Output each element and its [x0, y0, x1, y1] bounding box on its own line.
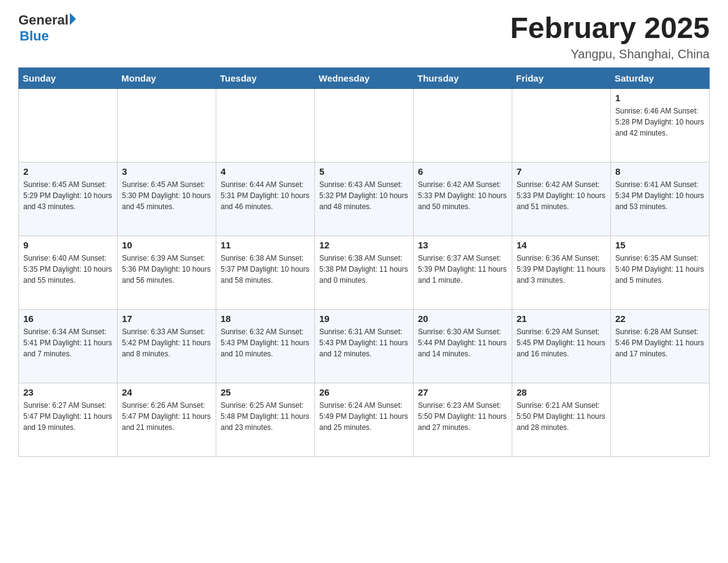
day-number: 16: [23, 313, 113, 324]
calendar-day-cell: 25Sunrise: 6:25 AM Sunset: 5:48 PM Dayli…: [216, 383, 315, 456]
page-header: General Blue February 2025 Yangpu, Shang…: [18, 12, 710, 61]
calendar-day-cell: 4Sunrise: 6:44 AM Sunset: 5:31 PM Daylig…: [216, 162, 315, 236]
day-number: 6: [418, 166, 507, 177]
calendar-day-cell: 22Sunrise: 6:28 AM Sunset: 5:46 PM Dayli…: [611, 309, 710, 383]
day-info: Sunrise: 6:38 AM Sunset: 5:38 PM Dayligh…: [319, 253, 409, 286]
day-info: Sunrise: 6:36 AM Sunset: 5:39 PM Dayligh…: [517, 253, 606, 286]
day-info: Sunrise: 6:43 AM Sunset: 5:32 PM Dayligh…: [319, 179, 409, 212]
day-number: 15: [615, 240, 705, 250]
day-info: Sunrise: 6:27 AM Sunset: 5:47 PM Dayligh…: [23, 400, 113, 433]
header-col-wednesday: Wednesday: [315, 67, 414, 88]
day-number: 24: [122, 387, 211, 397]
day-info: Sunrise: 6:28 AM Sunset: 5:46 PM Dayligh…: [615, 326, 705, 359]
calendar-day-cell: 11Sunrise: 6:38 AM Sunset: 5:37 PM Dayli…: [216, 236, 315, 309]
day-info: Sunrise: 6:45 AM Sunset: 5:30 PM Dayligh…: [122, 179, 211, 212]
calendar-day-cell: 17Sunrise: 6:33 AM Sunset: 5:42 PM Dayli…: [118, 309, 216, 383]
day-info: Sunrise: 6:25 AM Sunset: 5:48 PM Dayligh…: [221, 400, 310, 433]
calendar-day-cell: 14Sunrise: 6:36 AM Sunset: 5:39 PM Dayli…: [512, 236, 611, 309]
calendar-day-cell: 8Sunrise: 6:41 AM Sunset: 5:34 PM Daylig…: [611, 162, 710, 236]
calendar-day-cell: [19, 88, 118, 162]
logo-blue: Blue: [20, 28, 49, 44]
day-number: 17: [122, 313, 211, 324]
day-number: 4: [221, 166, 310, 177]
calendar-week-row: 16Sunrise: 6:34 AM Sunset: 5:41 PM Dayli…: [19, 309, 710, 383]
calendar-day-cell: 16Sunrise: 6:34 AM Sunset: 5:41 PM Dayli…: [19, 309, 118, 383]
calendar-day-cell: 5Sunrise: 6:43 AM Sunset: 5:32 PM Daylig…: [315, 162, 414, 236]
calendar-day-cell: 26Sunrise: 6:24 AM Sunset: 5:49 PM Dayli…: [315, 383, 414, 456]
day-number: 26: [319, 387, 409, 397]
header-col-saturday: Saturday: [611, 67, 710, 88]
day-info: Sunrise: 6:46 AM Sunset: 5:28 PM Dayligh…: [615, 105, 705, 139]
day-info: Sunrise: 6:42 AM Sunset: 5:33 PM Dayligh…: [418, 179, 507, 212]
day-info: Sunrise: 6:40 AM Sunset: 5:35 PM Dayligh…: [23, 253, 113, 286]
logo-general: General: [18, 12, 69, 28]
calendar-day-cell: 24Sunrise: 6:26 AM Sunset: 5:47 PM Dayli…: [118, 383, 216, 456]
calendar-body: 1Sunrise: 6:46 AM Sunset: 5:28 PM Daylig…: [19, 88, 710, 456]
day-info: Sunrise: 6:39 AM Sunset: 5:36 PM Dayligh…: [122, 253, 211, 286]
calendar-day-cell: 27Sunrise: 6:23 AM Sunset: 5:50 PM Dayli…: [414, 383, 512, 456]
day-number: 20: [418, 313, 507, 324]
calendar-day-cell: [611, 383, 710, 456]
calendar-day-cell: [216, 88, 315, 162]
day-info: Sunrise: 6:26 AM Sunset: 5:47 PM Dayligh…: [122, 400, 211, 433]
day-number: 12: [319, 240, 409, 250]
day-number: 18: [221, 313, 310, 324]
calendar-header: SundayMondayTuesdayWednesdayThursdayFrid…: [19, 67, 710, 88]
calendar-day-cell: 20Sunrise: 6:30 AM Sunset: 5:44 PM Dayli…: [414, 309, 512, 383]
day-info: Sunrise: 6:29 AM Sunset: 5:45 PM Dayligh…: [517, 326, 606, 359]
day-info: Sunrise: 6:21 AM Sunset: 5:50 PM Dayligh…: [517, 400, 606, 433]
calendar-day-cell: 23Sunrise: 6:27 AM Sunset: 5:47 PM Dayli…: [19, 383, 118, 456]
calendar-day-cell: 1Sunrise: 6:46 AM Sunset: 5:28 PM Daylig…: [611, 88, 710, 162]
day-info: Sunrise: 6:41 AM Sunset: 5:34 PM Dayligh…: [615, 179, 705, 212]
day-number: 7: [517, 166, 606, 177]
day-info: Sunrise: 6:38 AM Sunset: 5:37 PM Dayligh…: [221, 253, 310, 286]
calendar-week-row: 2Sunrise: 6:45 AM Sunset: 5:29 PM Daylig…: [19, 162, 710, 236]
day-number: 2: [23, 166, 113, 177]
header-row: SundayMondayTuesdayWednesdayThursdayFrid…: [19, 67, 710, 88]
day-info: Sunrise: 6:42 AM Sunset: 5:33 PM Dayligh…: [517, 179, 606, 212]
day-number: 8: [615, 166, 705, 177]
day-number: 3: [122, 166, 211, 177]
day-number: 14: [517, 240, 606, 250]
calendar-day-cell: 13Sunrise: 6:37 AM Sunset: 5:39 PM Dayli…: [414, 236, 512, 309]
day-info: Sunrise: 6:33 AM Sunset: 5:42 PM Dayligh…: [122, 326, 211, 359]
calendar-day-cell: 7Sunrise: 6:42 AM Sunset: 5:33 PM Daylig…: [512, 162, 611, 236]
calendar-day-cell: 9Sunrise: 6:40 AM Sunset: 5:35 PM Daylig…: [19, 236, 118, 309]
calendar-week-row: 9Sunrise: 6:40 AM Sunset: 5:35 PM Daylig…: [19, 236, 710, 309]
calendar-day-cell: 28Sunrise: 6:21 AM Sunset: 5:50 PM Dayli…: [512, 383, 611, 456]
day-info: Sunrise: 6:31 AM Sunset: 5:43 PM Dayligh…: [319, 326, 409, 359]
header-col-friday: Friday: [512, 67, 611, 88]
calendar-day-cell: 15Sunrise: 6:35 AM Sunset: 5:40 PM Dayli…: [611, 236, 710, 309]
calendar-day-cell: 2Sunrise: 6:45 AM Sunset: 5:29 PM Daylig…: [19, 162, 118, 236]
day-info: Sunrise: 6:30 AM Sunset: 5:44 PM Dayligh…: [418, 326, 507, 359]
logo-arrow-icon: [70, 13, 76, 25]
day-number: 19: [319, 313, 409, 324]
day-number: 1: [615, 93, 705, 103]
day-info: Sunrise: 6:44 AM Sunset: 5:31 PM Dayligh…: [221, 179, 310, 212]
calendar-day-cell: 6Sunrise: 6:42 AM Sunset: 5:33 PM Daylig…: [414, 162, 512, 236]
calendar-day-cell: 3Sunrise: 6:45 AM Sunset: 5:30 PM Daylig…: [118, 162, 216, 236]
day-number: 25: [221, 387, 310, 397]
day-number: 5: [319, 166, 409, 177]
day-info: Sunrise: 6:35 AM Sunset: 5:40 PM Dayligh…: [615, 253, 705, 286]
day-info: Sunrise: 6:34 AM Sunset: 5:41 PM Dayligh…: [23, 326, 113, 359]
calendar-day-cell: [414, 88, 512, 162]
calendar-day-cell: 21Sunrise: 6:29 AM Sunset: 5:45 PM Dayli…: [512, 309, 611, 383]
day-number: 9: [23, 240, 113, 250]
calendar-day-cell: 19Sunrise: 6:31 AM Sunset: 5:43 PM Dayli…: [315, 309, 414, 383]
calendar-week-row: 23Sunrise: 6:27 AM Sunset: 5:47 PM Dayli…: [19, 383, 710, 456]
day-info: Sunrise: 6:45 AM Sunset: 5:29 PM Dayligh…: [23, 179, 113, 212]
calendar-subtitle: Yangpu, Shanghai, China: [510, 47, 710, 61]
header-col-thursday: Thursday: [414, 67, 512, 88]
day-number: 13: [418, 240, 507, 250]
day-info: Sunrise: 6:37 AM Sunset: 5:39 PM Dayligh…: [418, 253, 507, 286]
calendar-day-cell: [512, 88, 611, 162]
header-col-sunday: Sunday: [19, 67, 118, 88]
calendar-week-row: 1Sunrise: 6:46 AM Sunset: 5:28 PM Daylig…: [19, 88, 710, 162]
day-number: 27: [418, 387, 507, 397]
calendar-day-cell: 18Sunrise: 6:32 AM Sunset: 5:43 PM Dayli…: [216, 309, 315, 383]
day-number: 23: [23, 387, 113, 397]
day-number: 28: [517, 387, 606, 397]
calendar-title: February 2025: [510, 12, 710, 45]
day-info: Sunrise: 6:23 AM Sunset: 5:50 PM Dayligh…: [418, 400, 507, 433]
